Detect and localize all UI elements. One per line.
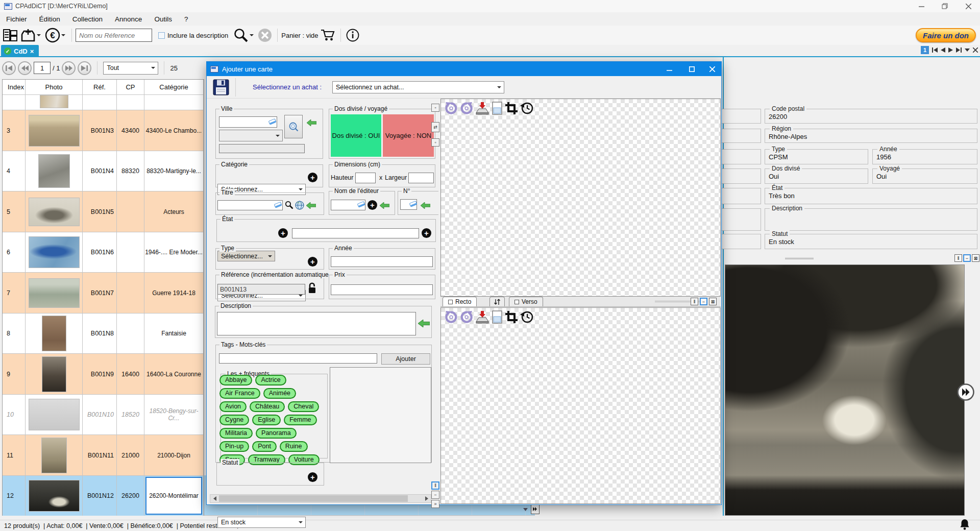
tab-verso[interactable]: Verso bbox=[509, 297, 543, 306]
table-row[interactable]: 11 B001N11 21000 21000-Dijon bbox=[3, 435, 204, 476]
lock-icon[interactable] bbox=[308, 281, 316, 295]
titre-input[interactable] bbox=[217, 200, 283, 210]
pane-more-button[interactable]: » bbox=[431, 500, 439, 508]
tab-cdd[interactable]: ✓ CdD × bbox=[1, 45, 39, 57]
collection-view-icon[interactable] bbox=[3, 29, 17, 42]
scope-select[interactable]: Tout bbox=[103, 62, 158, 75]
menu-annonce[interactable]: Annonce bbox=[109, 13, 148, 25]
dialog-close-button[interactable] bbox=[702, 62, 722, 76]
table-row[interactable]: 8 B001N8 Fantaisie bbox=[3, 313, 204, 354]
verso-image-panel[interactable] bbox=[440, 307, 721, 504]
statut-select[interactable]: En stock bbox=[217, 517, 306, 528]
col-header-index[interactable]: Index bbox=[3, 80, 26, 95]
panel-options-button[interactable]: ⊠ bbox=[972, 254, 979, 262]
col-header-cat[interactable]: Catégorie bbox=[144, 80, 204, 95]
col-header-photo[interactable]: Photo bbox=[26, 80, 83, 95]
tag-pill[interactable]: Panorama bbox=[256, 428, 297, 439]
close-button[interactable] bbox=[957, 0, 980, 12]
prix-input[interactable] bbox=[331, 284, 433, 295]
numero-fill-arrow-icon[interactable] bbox=[421, 202, 430, 209]
euro-dropdown-caret[interactable] bbox=[61, 34, 65, 38]
eraser-icon[interactable] bbox=[409, 200, 417, 207]
purchase-select[interactable]: Sélectionnez un achat... bbox=[332, 81, 504, 93]
tag-pill[interactable]: Femme bbox=[284, 415, 316, 425]
menu-outils[interactable]: Outils bbox=[148, 13, 178, 25]
table-row[interactable]: 3 B001N3 43400 43400-Le Chambo... bbox=[3, 110, 204, 151]
row-expand-button[interactable] bbox=[531, 504, 540, 514]
scroll-left-icon[interactable] bbox=[210, 495, 219, 502]
tag-pill[interactable]: Eglise bbox=[252, 415, 281, 425]
tab-close-icon[interactable]: × bbox=[30, 47, 34, 55]
table-row[interactable]: 4 B001N4 88320 88320-Martigny-le... bbox=[3, 151, 204, 191]
tag-pill[interactable]: Cygne bbox=[219, 415, 249, 425]
tab-list-caret-icon[interactable] bbox=[965, 49, 970, 52]
last-page-button[interactable] bbox=[78, 61, 91, 75]
ville-search-button[interactable] bbox=[284, 115, 303, 138]
tag-pill[interactable]: Château bbox=[250, 401, 285, 412]
add-etat-icon[interactable] bbox=[278, 228, 288, 238]
rotate-right-icon[interactable] bbox=[460, 310, 473, 324]
tag-pill[interactable]: Air France bbox=[219, 388, 260, 399]
history-icon[interactable] bbox=[520, 102, 533, 115]
recto-checkbox[interactable] bbox=[448, 300, 453, 304]
collapse-top-button[interactable]: ▫ bbox=[431, 104, 439, 112]
paste-image-icon[interactable] bbox=[492, 102, 503, 115]
verso-checkbox[interactable] bbox=[514, 300, 519, 304]
search-input[interactable] bbox=[76, 29, 152, 42]
notification-bell-icon[interactable] bbox=[959, 519, 971, 530]
scroll-right-icon[interactable] bbox=[422, 495, 431, 502]
titre-search-icon[interactable] bbox=[285, 201, 293, 209]
panel-collapse-button[interactable]: − bbox=[963, 254, 971, 262]
tag-pill[interactable]: Actrice bbox=[255, 375, 286, 385]
add-statut-icon[interactable] bbox=[308, 472, 317, 482]
menu-help[interactable]: ? bbox=[178, 13, 194, 25]
image-pane-options-button[interactable]: ⊠ bbox=[709, 298, 717, 305]
crop-icon[interactable] bbox=[505, 310, 518, 324]
add-card-icon[interactable] bbox=[20, 28, 42, 42]
history-icon[interactable] bbox=[520, 310, 533, 324]
first-page-button[interactable] bbox=[2, 61, 16, 75]
dialog-maximize-button[interactable] bbox=[681, 62, 702, 76]
next-card-button[interactable] bbox=[957, 383, 975, 401]
clear-search-icon[interactable] bbox=[258, 28, 272, 42]
col-header-cp[interactable]: CP bbox=[117, 80, 144, 95]
titre-fill-arrow-icon[interactable] bbox=[306, 202, 316, 209]
tag-pill[interactable]: Avion bbox=[219, 401, 247, 412]
selected-tags-list[interactable] bbox=[330, 367, 431, 463]
swap-panels-button[interactable]: ⇄ bbox=[431, 122, 439, 132]
cart-icon[interactable] bbox=[320, 29, 335, 42]
image-pane-expand-button[interactable]: ‖ bbox=[691, 298, 698, 305]
crop-icon[interactable] bbox=[505, 102, 518, 115]
tag-pill[interactable]: Pont bbox=[252, 441, 277, 452]
euro-icon[interactable]: € bbox=[45, 28, 66, 43]
tag-pill[interactable]: Pin-up bbox=[219, 441, 249, 452]
include-description-checkbox[interactable] bbox=[158, 32, 165, 39]
save-icon[interactable] bbox=[213, 79, 229, 95]
prev-page-button[interactable] bbox=[18, 61, 32, 75]
ville-fill-arrow-icon[interactable] bbox=[307, 119, 316, 126]
rotate-right-icon[interactable] bbox=[460, 102, 473, 115]
add-editeur-icon[interactable] bbox=[368, 200, 377, 210]
menu-fichier[interactable]: Fichier bbox=[0, 13, 33, 25]
description-fill-arrow-icon[interactable] bbox=[418, 320, 430, 327]
eraser-icon[interactable] bbox=[268, 118, 276, 125]
info-icon[interactable] bbox=[346, 29, 359, 42]
add-type-icon[interactable] bbox=[308, 257, 317, 267]
first-tab-icon[interactable] bbox=[932, 47, 938, 53]
tag-input[interactable] bbox=[219, 353, 377, 364]
import-image-icon[interactable] bbox=[475, 102, 489, 115]
etat-detail-input[interactable] bbox=[292, 228, 419, 238]
eraser-icon[interactable] bbox=[274, 201, 282, 208]
add-categorie-icon[interactable] bbox=[308, 173, 317, 182]
menu-edition[interactable]: Édition bbox=[33, 13, 66, 25]
table-row[interactable]: 6 B001N6 1946-.... Ere Moder... bbox=[3, 232, 204, 273]
form-horizontal-scrollbar[interactable] bbox=[210, 494, 431, 503]
panel-expand-button[interactable]: ‖ bbox=[954, 254, 962, 262]
add-tag-button[interactable]: Ajouter bbox=[381, 353, 430, 365]
tag-pill[interactable]: Cheval bbox=[288, 401, 319, 412]
image-pane-collapse-button[interactable]: − bbox=[700, 298, 707, 305]
last-tab-icon[interactable] bbox=[956, 47, 962, 53]
eraser-icon[interactable] bbox=[357, 201, 365, 208]
table-row[interactable]: 5 B001N5 Acteurs bbox=[3, 191, 204, 232]
dialog-minimize-button[interactable] bbox=[659, 62, 679, 76]
